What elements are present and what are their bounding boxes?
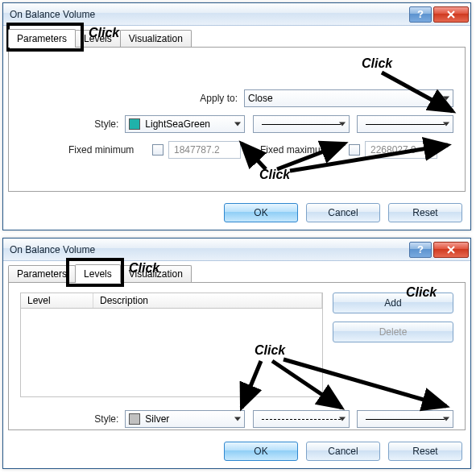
- fixed-min-checkbox[interactable]: [152, 144, 163, 156]
- tabstrip: Parameters Levels Visualization: [3, 26, 470, 47]
- color-swatch: [129, 118, 140, 130]
- style-label: Style:: [20, 413, 118, 425]
- style-line-pattern-select[interactable]: [253, 115, 350, 133]
- tab-levels[interactable]: Levels: [75, 264, 121, 283]
- chevron-down-icon: [234, 122, 241, 127]
- fixed-max-label: Fixed maximum: [241, 144, 337, 156]
- help-icon: ?: [417, 8, 424, 20]
- style-color-select[interactable]: Silver: [125, 410, 245, 428]
- fixed-max-checkbox[interactable]: [349, 144, 360, 156]
- cancel-button[interactable]: Cancel: [306, 442, 380, 461]
- style-line-width-select[interactable]: [357, 410, 453, 428]
- chevron-down-icon: [443, 122, 449, 127]
- dialog-levels: On Balance Volume ? Parameters Levels Vi…: [2, 238, 471, 469]
- titlebar: On Balance Volume ?: [3, 239, 470, 261]
- tab-panel-levels: Level Description Add Delete Style: Silv…: [8, 282, 466, 430]
- style-color-value: Silver: [145, 413, 169, 425]
- help-button[interactable]: ?: [409, 242, 432, 258]
- window-title: On Balance Volume: [10, 9, 408, 20]
- tab-levels[interactable]: Levels: [75, 30, 121, 47]
- reset-button[interactable]: Reset: [388, 442, 462, 461]
- chevron-down-icon: [234, 417, 241, 421]
- window-title: On Balance Volume: [10, 244, 408, 255]
- col-description[interactable]: Description: [93, 293, 322, 308]
- style-label: Style:: [20, 118, 118, 130]
- apply-to-value: Close: [248, 93, 273, 104]
- tabstrip: Parameters Levels Visualization: [3, 261, 470, 282]
- close-button[interactable]: [433, 6, 469, 23]
- levels-table-header: Level Description: [20, 293, 323, 309]
- ok-button[interactable]: OK: [224, 203, 298, 222]
- button-row: OK Cancel Reset: [3, 197, 470, 230]
- cancel-button[interactable]: Cancel: [306, 203, 380, 222]
- tab-parameters[interactable]: Parameters: [8, 265, 76, 282]
- style-line-width-select[interactable]: [357, 115, 453, 133]
- chevron-down-icon: [443, 417, 449, 421]
- fixed-max-value: 2268027.9: [370, 144, 416, 156]
- button-row: OK Cancel Reset: [3, 435, 470, 469]
- help-button[interactable]: ?: [409, 6, 432, 23]
- ok-button[interactable]: OK: [224, 442, 298, 461]
- fixed-max-input[interactable]: 2268027.9: [365, 141, 437, 159]
- style-color-select[interactable]: LightSeaGreen: [125, 115, 245, 133]
- delete-button[interactable]: Delete: [333, 322, 453, 342]
- apply-to-select[interactable]: Close: [244, 89, 453, 107]
- help-icon: ?: [417, 243, 424, 255]
- line-pattern-icon: [262, 419, 341, 420]
- line-width-icon: [366, 419, 445, 420]
- tab-visualization[interactable]: Visualization: [120, 30, 192, 47]
- close-icon: [446, 10, 456, 19]
- tab-visualization[interactable]: Visualization: [120, 265, 192, 282]
- close-button[interactable]: [433, 242, 469, 258]
- reset-button[interactable]: Reset: [388, 203, 462, 222]
- style-color-value: LightSeaGreen: [145, 118, 210, 130]
- apply-to-label: Apply to:: [20, 93, 238, 104]
- line-width-icon: [366, 124, 445, 125]
- add-button[interactable]: Add: [333, 293, 453, 313]
- line-pattern-icon: [262, 124, 341, 125]
- chevron-down-icon: [339, 122, 346, 127]
- tab-panel-parameters: Apply to: Close Style: LightSeaGreen: [8, 47, 466, 192]
- dialog-parameters: On Balance Volume ? Parameters Levels Vi…: [2, 2, 471, 230]
- titlebar: On Balance Volume ?: [3, 3, 470, 26]
- levels-table-body[interactable]: [20, 309, 323, 397]
- col-level[interactable]: Level: [21, 293, 93, 308]
- chevron-down-icon: [443, 97, 449, 101]
- style-line-pattern-select[interactable]: [253, 410, 350, 428]
- chevron-down-icon: [339, 417, 346, 421]
- fixed-min-input[interactable]: 1847787.2: [168, 141, 241, 159]
- fixed-min-label: Fixed minimum: [20, 144, 141, 156]
- color-swatch: [129, 413, 140, 425]
- close-icon: [446, 245, 456, 255]
- fixed-min-value: 1847787.2: [174, 144, 220, 156]
- tab-parameters[interactable]: Parameters: [8, 29, 76, 48]
